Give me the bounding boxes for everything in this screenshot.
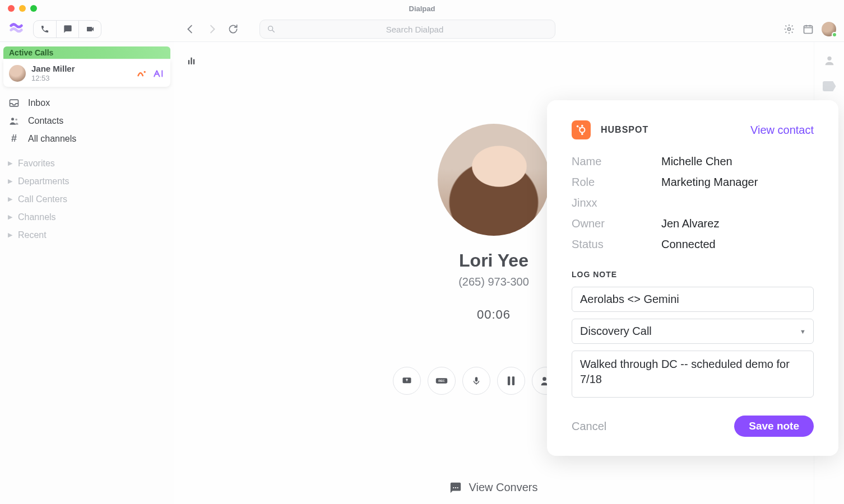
caret-right-icon: ▶	[8, 213, 12, 221]
caller-phone-number: (265) 973-300	[458, 276, 529, 288]
sidebar-item-label: All channels	[28, 134, 76, 144]
svg-point-16	[581, 125, 583, 127]
svg-point-0	[268, 26, 273, 31]
sidebar-item-label: Inbox	[28, 98, 50, 108]
svg-point-14	[827, 57, 831, 60]
caller-name: Jane Miller	[31, 64, 75, 74]
dialpad-logo	[7, 22, 25, 36]
minimize-window-button[interactable]	[19, 5, 26, 12]
conversation-icon	[449, 482, 462, 494]
hubspot-panel: HUBSPOT View contact Name Michelle Chen …	[547, 100, 838, 456]
user-avatar[interactable]	[822, 22, 836, 36]
voice-ai-icon	[137, 69, 148, 78]
svg-point-5	[11, 118, 14, 120]
sidebar-item-contacts[interactable]: Contacts	[3, 113, 170, 129]
inbox-icon	[8, 97, 20, 109]
caller-avatar-small	[9, 65, 26, 82]
communication-mode-group	[33, 20, 101, 38]
share-screen-button[interactable]	[393, 367, 421, 395]
analytics-icon[interactable]	[187, 55, 197, 66]
calendar-icon[interactable]	[803, 24, 814, 35]
svg-point-13	[542, 377, 546, 381]
note-subject-input[interactable]	[572, 287, 814, 312]
search-input[interactable]	[281, 25, 548, 34]
hs-label-status: Status	[572, 238, 639, 251]
toolbar	[0, 17, 844, 42]
svg-point-1	[788, 28, 791, 31]
call-duration: 12:53	[31, 74, 75, 83]
hs-value-company	[661, 197, 814, 209]
cancel-button[interactable]: Cancel	[572, 420, 606, 433]
caret-right-icon: ▶	[8, 195, 12, 203]
tag-icon[interactable]	[823, 81, 836, 91]
search-icon	[267, 25, 276, 34]
hs-label-name: Name	[572, 155, 639, 168]
hs-label-role: Role	[572, 176, 639, 189]
svg-point-6	[15, 118, 17, 120]
back-button[interactable]	[184, 23, 197, 35]
chat-button[interactable]	[56, 21, 78, 38]
svg-rect-11	[508, 376, 510, 385]
sidebar: Active Calls Jane Miller 12:53 Inbox Con…	[0, 42, 174, 504]
forward-button[interactable]	[206, 23, 218, 35]
mute-button[interactable]	[462, 367, 490, 395]
hs-value-role: Marketing Manager	[661, 176, 814, 189]
maximize-window-button[interactable]	[30, 5, 37, 12]
hs-label-company: Jinxx	[572, 197, 639, 209]
caret-right-icon: ▶	[8, 160, 12, 167]
note-type-select[interactable]	[572, 319, 814, 344]
caller-avatar-large	[438, 124, 550, 236]
search-bar[interactable]	[259, 20, 555, 39]
save-note-button[interactable]: Save note	[734, 416, 814, 437]
sidebar-section-favorites[interactable]: ▶Favorites	[3, 157, 170, 170]
svg-point-3	[144, 71, 146, 73]
sidebar-section-departments[interactable]: ▶Departments	[3, 175, 170, 188]
call-timer: 00:06	[477, 307, 511, 322]
active-calls-header: Active Calls	[3, 46, 170, 59]
hubspot-logo-icon	[572, 120, 591, 139]
sidebar-sections: ▶Favorites ▶Departments ▶Call Centers ▶C…	[3, 157, 170, 241]
caret-right-icon: ▶	[8, 231, 12, 239]
sidebar-section-recent[interactable]: ▶Recent	[3, 229, 170, 241]
log-note-heading: LOG NOTE	[572, 270, 814, 279]
sidebar-item-label: Contacts	[28, 116, 63, 126]
contact-details-icon[interactable]	[823, 54, 836, 67]
note-body-textarea[interactable]	[572, 351, 814, 398]
active-call-item[interactable]: Jane Miller 12:53	[3, 60, 170, 87]
toolbar-right	[783, 22, 836, 36]
window-title: Dialpad	[0, 4, 844, 13]
settings-icon[interactable]	[783, 24, 795, 35]
view-conversation-button[interactable]: View Convers	[449, 481, 537, 494]
sidebar-section-channels[interactable]: ▶Channels	[3, 211, 170, 223]
hs-value-name: Michelle Chen	[661, 155, 814, 168]
hold-button[interactable]	[497, 367, 525, 395]
window-titlebar: Dialpad	[0, 0, 844, 17]
caret-right-icon: ▶	[8, 178, 12, 185]
hs-label-owner: Owner	[572, 217, 639, 230]
caller-display-name: Lori Yee	[459, 250, 528, 271]
svg-rect-2	[804, 26, 813, 33]
presence-indicator	[832, 32, 837, 38]
svg-point-18	[581, 133, 583, 136]
hubspot-brand-label: HUBSPOT	[601, 125, 648, 135]
video-button[interactable]	[78, 21, 101, 38]
close-window-button[interactable]	[8, 5, 15, 12]
nav-icon-group	[184, 23, 239, 35]
record-button[interactable]: REC	[428, 367, 456, 395]
view-contact-link[interactable]: View contact	[750, 124, 814, 137]
svg-rect-12	[512, 376, 514, 385]
svg-text:REC: REC	[438, 379, 445, 382]
hs-value-status: Connected	[661, 238, 814, 251]
sidebar-item-all-channels[interactable]: # All channels	[3, 130, 170, 147]
ai-badge-icon	[152, 69, 165, 78]
sidebar-section-call-centers[interactable]: ▶Call Centers	[3, 193, 170, 206]
hubspot-contact-details: Name Michelle Chen Role Marketing Manage…	[572, 155, 814, 251]
sidebar-item-inbox[interactable]: Inbox	[3, 95, 170, 111]
phone-button[interactable]	[34, 21, 56, 38]
hs-value-owner: Jen Alvarez	[661, 217, 814, 230]
hash-icon: #	[8, 133, 20, 145]
contacts-icon	[8, 115, 20, 127]
refresh-button[interactable]	[227, 23, 239, 35]
svg-point-17	[577, 125, 579, 128]
window-controls	[8, 5, 37, 12]
